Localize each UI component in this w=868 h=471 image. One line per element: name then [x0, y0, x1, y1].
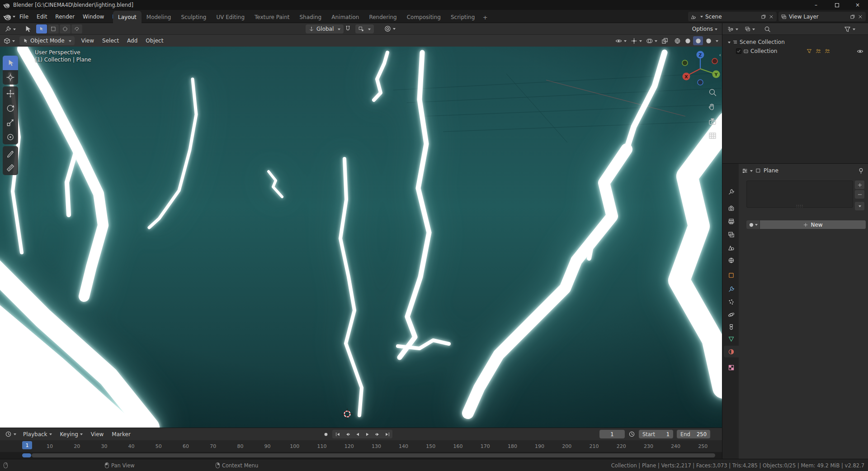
add-slot-button[interactable] [855, 181, 864, 189]
snap-toggle-icon[interactable] [344, 25, 351, 32]
menu-window[interactable]: Window [79, 10, 108, 23]
tab-scripting[interactable]: Scripting [446, 11, 480, 23]
outliner-display-mode[interactable] [742, 24, 758, 33]
tool-rotate[interactable] [3, 101, 18, 115]
tab-shading[interactable]: Shading [294, 11, 326, 23]
sidebar-toggle-icon[interactable]: ‹ [719, 52, 721, 58]
gizmos-dropdown[interactable] [631, 38, 642, 44]
auto-keying-clock-icon[interactable] [628, 431, 635, 438]
properties-tab-particles[interactable] [724, 296, 739, 308]
properties-tab-material[interactable] [724, 346, 739, 357]
viewport-menu-object[interactable]: Object [142, 38, 167, 44]
tool-select-box[interactable] [3, 56, 18, 70]
play-reverse-button[interactable] [353, 430, 362, 438]
collection-checkbox[interactable] [736, 48, 741, 54]
remove-slot-button[interactable] [855, 190, 864, 199]
shading-wireframe-button[interactable] [672, 36, 682, 45]
timeline-ruler[interactable]: 1 10203040506070809010011012013014015016… [0, 440, 722, 452]
properties-tab-scene[interactable] [724, 242, 739, 253]
timeline-menu-playback[interactable]: Playback [19, 431, 56, 438]
viewport-editor-menu[interactable] [1, 36, 18, 45]
properties-tab-modifiers[interactable] [724, 283, 739, 295]
overlays-dropdown[interactable] [646, 38, 657, 44]
axis-y-neg-handle[interactable] [682, 60, 688, 66]
browse-material-dropdown[interactable] [746, 220, 760, 229]
tab-sculpting[interactable]: Sculpting [176, 11, 211, 23]
hide-viewport-eye-icon[interactable] [857, 48, 863, 55]
timeline-scrollbar[interactable] [0, 452, 722, 459]
properties-tab-object[interactable] [724, 269, 739, 281]
tab-compositing[interactable]: Compositing [402, 11, 446, 23]
objects-amber-icon[interactable] [816, 48, 821, 54]
shading-rendered-button[interactable] [703, 36, 713, 45]
tool-annotate[interactable] [3, 146, 18, 161]
tool-cursor[interactable] [3, 70, 18, 85]
options-dropdown[interactable]: Options [692, 24, 717, 33]
properties-tab-output[interactable] [724, 215, 739, 227]
play-button[interactable] [363, 430, 372, 438]
select-mode-3[interactable] [60, 24, 71, 33]
object-visibility-dropdown[interactable] [615, 38, 627, 44]
maximize-button[interactable] [826, 0, 847, 10]
slot-specials-button[interactable] [855, 202, 864, 210]
close-button[interactable]: × [847, 0, 868, 10]
scrollbar-handle[interactable] [32, 453, 715, 457]
outliner-editor-menu[interactable] [724, 24, 741, 33]
shading-material-button[interactable] [693, 36, 703, 45]
tab-animation[interactable]: Animation [326, 11, 364, 23]
tab-rendering[interactable]: Rendering [364, 11, 401, 23]
minimize-button[interactable]: – [806, 0, 826, 10]
frame-end-field[interactable]: End 250 [677, 430, 710, 438]
add-workspace-button[interactable]: + [480, 11, 491, 23]
scene-selector[interactable]: Scene [688, 12, 777, 21]
properties-tab-texture[interactable] [724, 362, 739, 373]
jump-to-start-button[interactable] [333, 430, 342, 438]
timeline-menu-marker[interactable]: Marker [108, 431, 134, 438]
menu-edit[interactable]: Edit [33, 10, 51, 23]
previous-keyframe-button[interactable] [343, 430, 352, 438]
tool-settings-editor-menu[interactable] [2, 24, 19, 33]
tool-move[interactable] [3, 86, 18, 101]
tab-layout[interactable]: Layout [113, 11, 142, 23]
jump-to-end-button[interactable] [382, 430, 392, 438]
viewport-3d[interactable]: Z Y X User Perspective (1) Collection | … [0, 47, 722, 428]
new-view-layer-icon[interactable] [850, 14, 855, 19]
timeline-menu-keying[interactable]: Keying [56, 431, 87, 438]
properties-editor-menu[interactable] [741, 167, 753, 174]
outliner-row-collection[interactable]: Collection [722, 47, 868, 56]
properties-tab-render[interactable] [724, 202, 739, 214]
tool-measure[interactable] [3, 161, 18, 175]
record-button[interactable] [321, 430, 330, 438]
tool-scale[interactable] [3, 115, 18, 130]
axis-z-neg-handle[interactable] [698, 80, 703, 85]
new-material-button[interactable]: New [760, 220, 866, 229]
xray-toggle[interactable] [661, 38, 668, 44]
mode-dropdown[interactable]: Object Mode [19, 36, 75, 45]
search-icon[interactable] [764, 26, 771, 33]
menu-file[interactable]: File [15, 10, 33, 23]
current-frame-field[interactable]: 1 [599, 430, 625, 438]
frame-start-field[interactable]: Start 1 [639, 430, 673, 438]
shading-solid-button[interactable] [683, 36, 693, 45]
tool-transform[interactable] [3, 130, 18, 144]
menu-render[interactable]: Render [51, 10, 79, 23]
viewport-menu-view[interactable]: View [77, 38, 98, 44]
remove-view-layer-icon[interactable] [858, 14, 863, 19]
outliner-filter-dropdown[interactable] [841, 24, 858, 33]
next-keyframe-button[interactable] [373, 430, 382, 438]
pin-icon[interactable] [858, 167, 864, 174]
unlink-scene-icon[interactable] [769, 14, 774, 19]
properties-tab-physics[interactable] [724, 309, 739, 320]
list-resize-grip[interactable]: :::: [796, 204, 803, 208]
properties-tab-tool[interactable] [724, 186, 739, 198]
playhead[interactable]: 1 [22, 441, 32, 449]
blender-app-menu[interactable] [3, 10, 15, 23]
proportional-edit-dropdown[interactable] [384, 25, 396, 32]
viewport-menu-add[interactable]: Add [123, 38, 142, 44]
viewport-menu-select[interactable]: Select [98, 38, 123, 44]
properties-tab-world[interactable] [724, 254, 739, 266]
properties-tab-constraints[interactable] [724, 321, 739, 333]
transform-orientation-dropdown[interactable]: Global [306, 24, 344, 33]
select-mode-1[interactable] [36, 24, 47, 33]
axis-x-neg-handle[interactable] [712, 58, 717, 64]
